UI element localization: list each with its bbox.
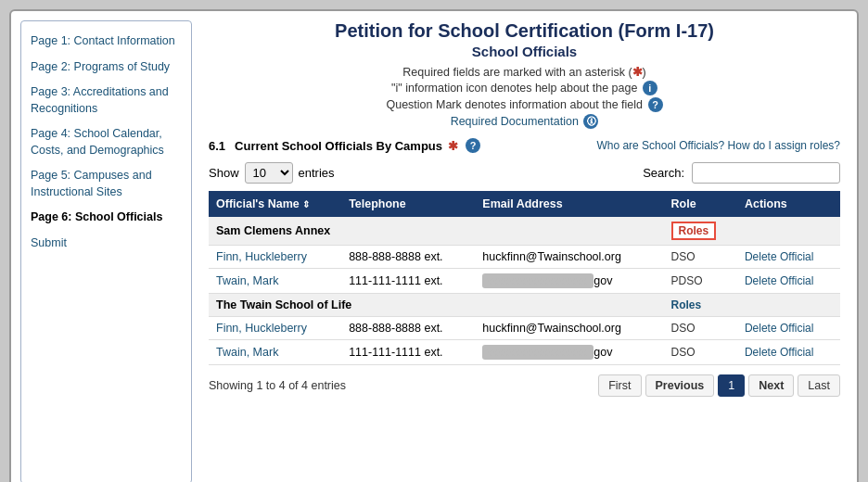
- page-subtitle: School Officials: [209, 44, 840, 59]
- search-label: Search:: [643, 166, 684, 180]
- official-name-2-2[interactable]: Twain, Mark: [216, 346, 278, 359]
- pagination-bar: Showing 1 to 4 of 4 entries First Previo…: [209, 374, 840, 397]
- table-row: Finn, Huckleberry 888-888-8888 ext. huck…: [209, 246, 840, 269]
- table-header-row: Official's Name Telephone Email Address …: [209, 191, 840, 217]
- official-email-2-1: huckfinn@Twainschool.org: [475, 317, 663, 340]
- sidebar-item-submit[interactable]: Submit: [21, 231, 191, 257]
- official-email-2-2: xxxxxxxxxxxxxxxxxxgov: [475, 340, 663, 365]
- sidebar-item-page3[interactable]: Page 3: Accreditations and Recognitions: [21, 80, 191, 121]
- info-icon-note: "i" information icon denotes help about …: [209, 81, 840, 95]
- official-phone-2-2: 111-111-1111 ext.: [341, 340, 475, 365]
- previous-page-button[interactable]: Previous: [645, 374, 715, 397]
- first-page-button[interactable]: First: [598, 374, 641, 397]
- official-role-1-2: PDSO: [664, 269, 737, 294]
- question-mark-note: Question Mark denotes information about …: [209, 97, 840, 112]
- entries-label: entries: [299, 166, 335, 180]
- help-q-icon[interactable]: ?: [648, 97, 663, 112]
- search-box: Search:: [643, 162, 840, 184]
- campus-1-roles[interactable]: Roles: [664, 217, 737, 246]
- section-title: 6.1 Current School Officials By Campus ✱…: [209, 138, 480, 153]
- main-window: Page 1: Contact Information Page 2: Prog…: [9, 9, 859, 482]
- campus-group-2: The Twain School of Life Roles: [209, 294, 840, 317]
- table-row: Finn, Huckleberry 888-888-8888 ext. huck…: [209, 317, 840, 340]
- show-entries-select[interactable]: 10 25 50 100: [245, 162, 293, 184]
- sidebar-item-page2[interactable]: Page 2: Programs of Study: [21, 55, 191, 81]
- official-name-1-1[interactable]: Finn, Huckleberry: [216, 250, 307, 263]
- campus-group-1: Sam Clemens Annex Roles: [209, 217, 840, 246]
- section-help-icon[interactable]: ?: [466, 138, 480, 153]
- roles-outlined-button[interactable]: Roles: [671, 222, 717, 240]
- col-role: Role: [664, 191, 737, 217]
- delete-official-2-2[interactable]: Delete Official: [745, 346, 813, 359]
- official-name-2-1[interactable]: Finn, Huckleberry: [216, 322, 307, 335]
- campus-name-2: The Twain School of Life: [209, 294, 664, 317]
- official-name-1-2[interactable]: Twain, Mark: [216, 274, 278, 287]
- delete-official-1-2[interactable]: Delete Official: [745, 274, 813, 287]
- official-email-1-1: huckfinn@Twainschool.org: [475, 246, 663, 269]
- sidebar: Page 1: Contact Information Page 2: Prog…: [20, 20, 192, 482]
- delete-official-1-1[interactable]: Delete Official: [745, 250, 813, 263]
- required-documentation-link[interactable]: Required Documentation 🛈: [209, 114, 840, 129]
- campus-2-roles[interactable]: Roles: [664, 294, 737, 317]
- official-role-1-1: DSO: [664, 246, 737, 269]
- table-row: Twain, Mark 111-111-1111 ext. xxxxxxxxxx…: [209, 340, 840, 365]
- search-input[interactable]: [692, 162, 840, 184]
- current-page-button[interactable]: 1: [718, 374, 745, 397]
- official-role-2-2: DSO: [664, 340, 737, 365]
- required-note: Required fields are marked with an aster…: [209, 65, 840, 79]
- col-telephone: Telephone: [341, 191, 475, 217]
- blurred-email-2-2: xxxxxxxxxxxxxxxxxx: [482, 345, 594, 360]
- asterisk-icon: ✱: [632, 66, 643, 79]
- table-controls: Show 10 25 50 100 entries Search:: [209, 162, 840, 184]
- section-title-text: Current School Officials By Campus: [235, 139, 442, 153]
- official-phone-2-1: 888-888-8888 ext.: [341, 317, 475, 340]
- official-phone-1-1: 888-888-8888 ext.: [341, 246, 475, 269]
- help-i-icon[interactable]: i: [643, 81, 657, 95]
- section-header: 6.1 Current School Officials By Campus ✱…: [209, 138, 840, 153]
- req-doc-icon[interactable]: 🛈: [583, 114, 598, 129]
- official-role-2-1: DSO: [664, 317, 737, 340]
- last-page-button[interactable]: Last: [798, 374, 840, 397]
- official-phone-1-2: 111-111-1111 ext.: [341, 269, 475, 294]
- show-label: Show: [209, 166, 239, 180]
- col-email: Email Address: [475, 191, 663, 217]
- officials-table: Official's Name Telephone Email Address …: [209, 191, 840, 365]
- table-row: Twain, Mark 111-111-1111 ext. xxxxxxxxxx…: [209, 269, 840, 294]
- sidebar-item-page4[interactable]: Page 4: School Calendar, Costs, and Demo…: [21, 121, 191, 163]
- delete-official-2-1[interactable]: Delete Official: [745, 322, 813, 335]
- col-name[interactable]: Official's Name: [209, 191, 341, 217]
- blurred-email-1-2: xxxxxxxxxxxxxxxxxx: [482, 273, 594, 288]
- page-title: Petition for School Certification (Form …: [209, 20, 840, 42]
- sidebar-item-page6: Page 6: School Officials: [21, 205, 191, 231]
- section-number: 6.1: [209, 139, 225, 153]
- pagination-nav: First Previous 1 Next Last: [598, 374, 840, 397]
- main-content: Petition for School Certification (Form …: [192, 11, 857, 482]
- sidebar-item-page1[interactable]: Page 1: Contact Information: [21, 29, 191, 55]
- campus-name-1: Sam Clemens Annex: [209, 217, 664, 246]
- col-actions: Actions: [737, 191, 840, 217]
- next-page-button[interactable]: Next: [748, 374, 794, 397]
- show-entries-control: Show 10 25 50 100 entries: [209, 162, 335, 184]
- roles-help-link[interactable]: Who are School Officials? How do I assig…: [596, 139, 840, 152]
- section-required-asterisk: ✱: [448, 139, 458, 153]
- roles-text-link[interactable]: Roles: [671, 298, 702, 311]
- official-email-1-2: xxxxxxxxxxxxxxxxxxgov: [475, 269, 663, 294]
- sidebar-item-page5[interactable]: Page 5: Campuses and Instructional Sites: [21, 163, 191, 205]
- pagination-info: Showing 1 to 4 of 4 entries: [209, 379, 346, 392]
